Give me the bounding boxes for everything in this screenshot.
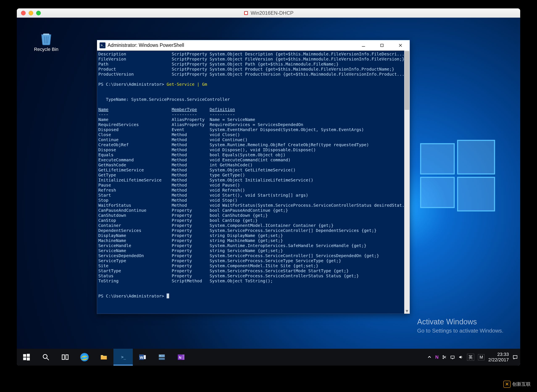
tray-scissors-icon[interactable] bbox=[442, 355, 446, 359]
svg-rect-29 bbox=[182, 355, 184, 360]
search-button[interactable] bbox=[36, 349, 56, 365]
maximize-button[interactable] bbox=[373, 40, 391, 51]
svg-rect-32 bbox=[451, 356, 454, 358]
tray-volume-icon[interactable] bbox=[459, 355, 463, 359]
taskbar-word[interactable]: W bbox=[133, 349, 152, 365]
close-button[interactable] bbox=[391, 40, 410, 51]
svg-rect-2 bbox=[421, 144, 454, 174]
watermark-text: 创新互联 bbox=[512, 381, 531, 387]
svg-rect-13 bbox=[27, 358, 30, 360]
mac-close-button[interactable] bbox=[21, 11, 26, 15]
mac-host-window: Win2016EN-DHCP Recycle Bin Activ bbox=[17, 8, 520, 365]
tray-language[interactable]: 英 bbox=[467, 354, 474, 361]
minimize-button[interactable] bbox=[354, 40, 373, 51]
svg-rect-24 bbox=[159, 355, 165, 357]
scroll-down-arrow[interactable]: ▼ bbox=[404, 308, 410, 314]
svg-rect-23 bbox=[144, 355, 146, 359]
watermark-icon: ✕ bbox=[503, 381, 510, 388]
svg-rect-10 bbox=[23, 354, 26, 357]
powershell-title: Administrator: Windows PowerShell bbox=[107, 42, 184, 48]
taskbar-server-manager[interactable] bbox=[152, 349, 171, 365]
powershell-icon: >_ bbox=[100, 42, 105, 48]
word-icon: W bbox=[138, 353, 146, 361]
powershell-icon: >_ bbox=[119, 353, 127, 361]
vm-icon bbox=[243, 10, 248, 16]
svg-rect-4 bbox=[421, 177, 454, 208]
tray-time: 23:33 bbox=[488, 352, 509, 357]
powershell-console[interactable]: Description ScriptProperty System.Object… bbox=[97, 51, 410, 314]
mac-maximize-button[interactable] bbox=[36, 11, 41, 15]
ie-icon bbox=[80, 353, 89, 361]
activate-windows-watermark: Activate Windows Go to Settings to activ… bbox=[417, 317, 503, 334]
svg-rect-11 bbox=[27, 354, 30, 357]
svg-rect-18 bbox=[101, 356, 107, 359]
recycle-bin-label: Recycle Bin bbox=[34, 47, 58, 52]
svg-line-15 bbox=[47, 358, 49, 360]
windows-logo bbox=[416, 135, 500, 219]
activate-subtitle: Go to Settings to activate Windows. bbox=[417, 327, 503, 334]
svg-rect-3 bbox=[458, 140, 495, 174]
mac-traffic-lights bbox=[17, 11, 41, 15]
server-icon bbox=[158, 353, 166, 361]
svg-text:>_: >_ bbox=[121, 355, 126, 359]
taskbar-explorer[interactable] bbox=[94, 349, 113, 365]
svg-point-14 bbox=[43, 355, 47, 358]
svg-rect-16 bbox=[62, 355, 65, 359]
tray-clock[interactable]: 23:33 2/22/2017 bbox=[488, 352, 509, 363]
taskbar-powershell[interactable]: >_ bbox=[113, 349, 133, 365]
svg-point-30 bbox=[443, 356, 444, 357]
windows-desktop[interactable]: Recycle Bin Activate Windows Go to Setti… bbox=[17, 18, 520, 365]
recycle-bin-icon[interactable]: Recycle Bin bbox=[32, 30, 61, 52]
task-view-button[interactable] bbox=[56, 349, 75, 365]
svg-rect-12 bbox=[23, 358, 26, 360]
svg-rect-0 bbox=[244, 11, 248, 15]
svg-rect-33 bbox=[513, 356, 517, 359]
svg-point-31 bbox=[443, 358, 444, 359]
tray-onenote-icon[interactable]: N bbox=[435, 355, 439, 360]
svg-rect-1 bbox=[245, 12, 247, 14]
tray-date: 2/22/2017 bbox=[488, 357, 509, 363]
svg-rect-5 bbox=[458, 177, 495, 211]
mac-titlebar[interactable]: Win2016EN-DHCP bbox=[17, 8, 520, 18]
tray-network-icon[interactable] bbox=[450, 355, 455, 359]
svg-rect-7 bbox=[381, 44, 383, 47]
trash-icon bbox=[39, 30, 54, 45]
tray-ime[interactable]: M bbox=[478, 354, 485, 360]
powershell-titlebar[interactable]: >_ Administrator: Windows PowerShell bbox=[97, 40, 410, 51]
mac-window-title: Win2016EN-DHCP bbox=[17, 10, 520, 16]
taskbar-onenote[interactable]: N bbox=[171, 349, 191, 365]
scroll-thumb[interactable] bbox=[405, 51, 409, 110]
powershell-window[interactable]: >_ Administrator: Windows PowerShell bbox=[97, 40, 410, 314]
tray-chevron-up-icon[interactable] bbox=[427, 355, 432, 359]
svg-rect-17 bbox=[66, 355, 68, 359]
start-button[interactable] bbox=[17, 349, 36, 365]
svg-rect-25 bbox=[159, 358, 165, 360]
onenote-icon: N bbox=[177, 353, 185, 361]
svg-point-26 bbox=[160, 355, 160, 356]
taskbar-ie[interactable] bbox=[75, 349, 94, 365]
svg-text:N: N bbox=[179, 355, 182, 360]
activate-title: Activate Windows bbox=[417, 317, 503, 326]
taskbar[interactable]: >_ W N N 英 M bbox=[17, 349, 520, 365]
action-center-icon[interactable] bbox=[513, 355, 518, 360]
page-watermark: ✕ 创新互联 bbox=[503, 381, 531, 388]
folder-icon bbox=[100, 353, 108, 361]
scrollbar[interactable]: ▲ ▼ bbox=[404, 51, 410, 314]
mac-minimize-button[interactable] bbox=[28, 11, 33, 15]
svg-text:W: W bbox=[140, 355, 143, 360]
